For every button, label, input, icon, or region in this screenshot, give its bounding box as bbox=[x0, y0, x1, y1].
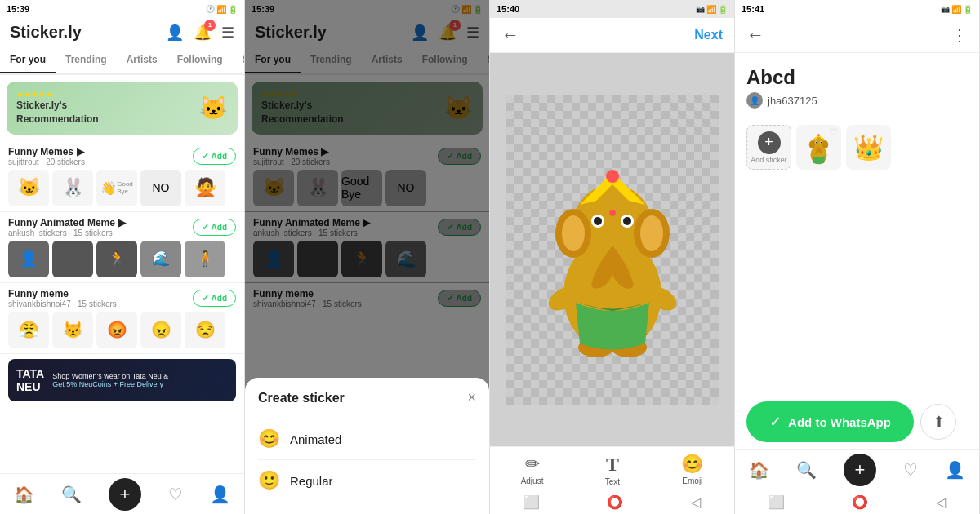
add-btn-3[interactable]: ✓ Add bbox=[193, 290, 236, 307]
menu-icon[interactable]: ☰ bbox=[221, 24, 234, 42]
stickers-grid: + Add sticker bbox=[735, 117, 979, 178]
pack-title-3: Funny meme bbox=[8, 288, 117, 299]
pack-meta-3: shivankbishnoi47 · 15 stickers bbox=[8, 299, 117, 308]
pack-author: 👤 jha637125 bbox=[746, 92, 968, 109]
nav-profile-4[interactable]: 👤 bbox=[945, 460, 965, 480]
modal-option-animated[interactable]: 😊 Animated bbox=[258, 419, 476, 460]
sys-recents-3[interactable]: ◁ bbox=[691, 494, 701, 510]
pack-header-3: Funny meme shivankbishnoi47 · 15 sticker… bbox=[8, 288, 236, 308]
sticker-thumb-3-3[interactable]: 😡 bbox=[96, 312, 137, 348]
modal-overlay[interactable]: Create sticker × 😊 Animated 🙂 Regular bbox=[245, 0, 489, 514]
nav-heart-4[interactable]: ♡ bbox=[903, 460, 918, 480]
svg-point-22 bbox=[816, 142, 817, 144]
svg-point-19 bbox=[822, 140, 828, 148]
nav-search-1[interactable]: 🔍 bbox=[61, 485, 82, 504]
adjust-icon: ✏ bbox=[525, 454, 540, 475]
ganesh-sticker-container bbox=[531, 140, 694, 360]
spacer bbox=[735, 178, 979, 395]
next-btn[interactable]: Next bbox=[694, 28, 723, 42]
pack-title-1: Funny Memes ▶ bbox=[8, 146, 85, 157]
sticker-thumb-2-4[interactable]: 🌊 bbox=[140, 241, 181, 277]
add-to-whatsapp-btn[interactable]: ✓ Add to WhatsApp bbox=[746, 401, 914, 442]
sys-home-4[interactable]: ⭕ bbox=[852, 494, 868, 510]
sys-nav-3: ⬜ ⭕ ◁ bbox=[490, 490, 734, 514]
header-icons-1: 👤 🔔 1 ☰ bbox=[166, 24, 234, 42]
sticker-thumb-1-1[interactable]: 🐱 bbox=[8, 170, 49, 206]
ad-subtext: Get 5% NeuCoins + Free Delivery bbox=[52, 380, 228, 388]
nav-add-1[interactable]: + bbox=[109, 478, 141, 511]
nav-add-4[interactable]: + bbox=[844, 454, 876, 486]
sticker-pack-3: Funny meme shivankbishnoi47 · 15 sticker… bbox=[0, 283, 244, 354]
rec-banner-1[interactable]: ★★★★★ Sticker.ly'sRecommendation 🐱 bbox=[7, 82, 238, 135]
tab-for-you-1[interactable]: For you bbox=[0, 47, 56, 73]
tool-emoji[interactable]: 😊 Emoji bbox=[681, 454, 703, 486]
add-btn-2[interactable]: ✓ Add bbox=[193, 219, 236, 236]
sys-home-3[interactable]: ⭕ bbox=[607, 494, 623, 510]
tab-bar-1: For you Trending Artists Following Stat.… bbox=[0, 47, 244, 75]
user-icon[interactable]: 👤 bbox=[166, 24, 184, 42]
add-sticker-plus-icon: + bbox=[758, 131, 781, 154]
regular-icon: 🙂 bbox=[258, 470, 280, 491]
sticker-thumb-2-1[interactable]: 👤 bbox=[8, 241, 49, 277]
svg-point-23 bbox=[821, 142, 822, 144]
back-icon-editor[interactable]: ← bbox=[501, 24, 519, 46]
grid-sticker-crown[interactable]: 👑 bbox=[846, 125, 891, 170]
sys-back-3[interactable]: ⬜ bbox=[523, 494, 540, 510]
pack-name-title: Abcd bbox=[746, 66, 968, 89]
sticker-row-3: 😤 😾 😡 😠 😒 bbox=[8, 312, 236, 348]
tab-trending-1[interactable]: Trending bbox=[56, 47, 117, 73]
sticker-thumb-3-1[interactable]: 😤 bbox=[8, 312, 49, 348]
modal-title: Create sticker bbox=[258, 391, 476, 405]
nav-profile-1[interactable]: 👤 bbox=[210, 485, 230, 504]
sys-back-4[interactable]: ⬜ bbox=[768, 494, 785, 510]
nav-search-4[interactable]: 🔍 bbox=[796, 460, 817, 480]
ad-text-block: TATANEU bbox=[16, 367, 44, 393]
panel-editor: 15:40 📷 📶 🔋 ← Next bbox=[490, 0, 735, 514]
more-icon[interactable]: ⋮ bbox=[951, 25, 968, 45]
heart-icon: ♡ bbox=[829, 126, 838, 138]
back-icon-pack[interactable]: ← bbox=[746, 24, 764, 46]
sticker-thumb-2-3[interactable]: 🏃 bbox=[96, 241, 137, 277]
panel-pack: 15:41 📷 📶 🔋 ← ⋮ Abcd 👤 jha637125 + bbox=[735, 0, 980, 514]
add-sticker-btn[interactable]: + Add sticker bbox=[746, 125, 791, 170]
share-btn[interactable]: ⬆ bbox=[920, 404, 956, 440]
rec-stars: ★★★★★ bbox=[16, 90, 99, 99]
sticker-thumb-1-5[interactable]: 🙅 bbox=[185, 170, 225, 206]
sticker-thumb-1-3[interactable]: 👋GoodBye bbox=[96, 170, 137, 206]
tab-following-1[interactable]: Following bbox=[167, 47, 233, 73]
whatsapp-icon-2: ✓ bbox=[202, 222, 209, 233]
tab-stat-1[interactable]: Stat... bbox=[233, 47, 244, 73]
panel-main: 15:39 🕐 📶 🔋 Sticker.ly 👤 🔔 1 ☰ For you bbox=[0, 0, 245, 514]
animated-icon: 😊 bbox=[258, 428, 280, 450]
status-bar-3: 15:40 📷 📶 🔋 bbox=[490, 0, 734, 18]
modal-option-regular[interactable]: 🙂 Regular bbox=[258, 460, 476, 501]
notification-badge: 1 bbox=[204, 20, 216, 31]
share-icon: ⬆ bbox=[933, 413, 945, 431]
sticker-thumb-3-4[interactable]: 😠 bbox=[140, 312, 181, 348]
video-icon-2: ▶ bbox=[118, 217, 126, 228]
add-btn-1[interactable]: ✓ Add bbox=[193, 148, 236, 165]
editor-canvas[interactable] bbox=[490, 53, 734, 446]
notification-icon[interactable]: 🔔 1 bbox=[194, 24, 212, 42]
modal-close-btn[interactable]: × bbox=[467, 389, 476, 406]
tool-text[interactable]: T Text bbox=[605, 454, 620, 486]
sticker-thumb-2-5[interactable]: 🧍 bbox=[185, 241, 225, 277]
status-icons-3: 📷 📶 🔋 bbox=[696, 5, 728, 14]
sticker-thumb-3-2[interactable]: 😾 bbox=[52, 312, 93, 348]
grid-sticker-ganesh[interactable]: ♡ bbox=[796, 125, 841, 170]
ad-banner-1[interactable]: TATANEU Shop Women's wear on Tata Neu & … bbox=[8, 359, 236, 401]
sticker-row-2: 👤 🏃 🌊 🧍 bbox=[8, 241, 236, 277]
sticker-thumb-1-2[interactable]: 🐰 bbox=[52, 170, 93, 206]
sys-recents-4[interactable]: ◁ bbox=[936, 494, 946, 510]
nav-home-1[interactable]: 🏠 bbox=[14, 485, 34, 504]
nav-home-4[interactable]: 🏠 bbox=[749, 460, 769, 480]
nav-heart-1[interactable]: ♡ bbox=[168, 485, 183, 504]
tab-artists-1[interactable]: Artists bbox=[117, 47, 167, 73]
time-3: 15:40 bbox=[497, 4, 519, 14]
tool-adjust[interactable]: ✏ Adjust bbox=[521, 454, 544, 486]
sticker-thumb-2-2[interactable] bbox=[52, 241, 93, 277]
sticker-thumb-3-5[interactable]: 😒 bbox=[185, 312, 225, 348]
rec-label: Sticker.ly'sRecommendation bbox=[16, 99, 99, 126]
sticker-thumb-1-4[interactable]: NO bbox=[140, 170, 181, 206]
svg-point-8 bbox=[594, 217, 602, 225]
